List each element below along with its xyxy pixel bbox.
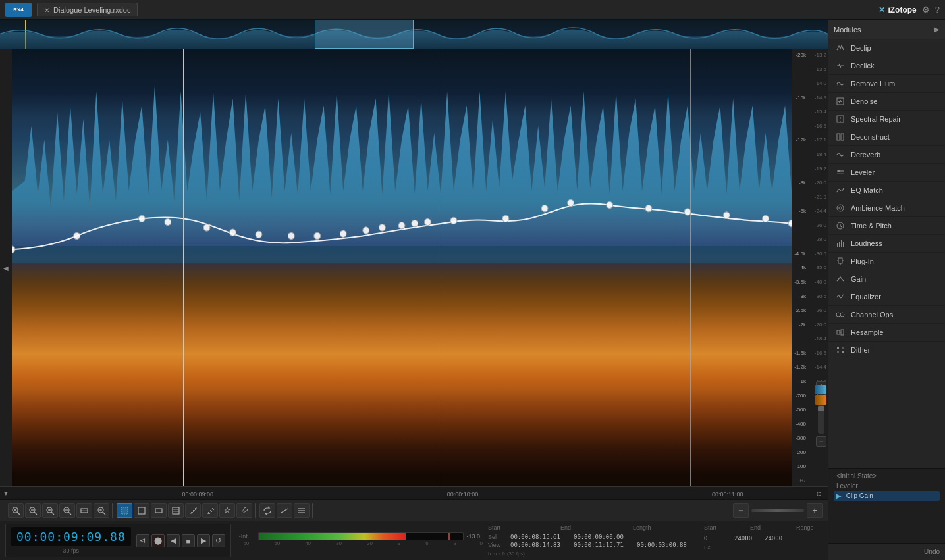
timecode-info-group: Start End Length Sel 00:00:08:15.61 00:0… (488, 524, 696, 557)
view-start: 00:00:08:14.83 (510, 542, 570, 548)
settings-icon[interactable]: ⚙ (922, 5, 930, 14)
record-btn[interactable]: ⬤ (151, 534, 165, 547)
fade-btn[interactable] (277, 503, 292, 518)
module-item-dither[interactable]: Dither (828, 342, 945, 359)
freq-sel-btn[interactable] (168, 503, 184, 518)
history-item-clip-gain[interactable]: ▶ Clip Gain (834, 491, 940, 501)
time-sel-btn[interactable] (151, 503, 167, 518)
playhead (183, 49, 184, 486)
history-item-initial[interactable]: <Initial State> (834, 471, 940, 481)
zoom-in-h-btn[interactable] (42, 503, 58, 518)
module-item-plugin[interactable]: Plug-In (828, 253, 945, 270)
svg-line-33 (51, 512, 54, 515)
brush-btn[interactable] (236, 503, 252, 518)
svg-rect-65 (839, 242, 840, 247)
meter-peak-value: -13.0 (466, 533, 480, 540)
time-tick-1: 00:00:09:00 (182, 491, 214, 497)
module-label-declip: Declip (851, 44, 871, 52)
magic-wand-btn[interactable] (219, 503, 235, 518)
db-row: -15k-14.9 (794, 95, 826, 101)
title-bar-right: ✕ iZotope ⚙ ? (878, 5, 940, 14)
module-item-ambience-match[interactable]: Ambience Match (828, 199, 945, 217)
zoom-out-h-btn[interactable] (59, 503, 75, 518)
undo-label[interactable]: Undo (924, 548, 940, 555)
status-bar: 00:00:09:09.88 30 fps ⊲ ⬤ ◀ ■ ▶ ↺ -Inf. (0, 521, 828, 560)
time-format-label: tc (817, 490, 821, 497)
leveler-history-label: Leveler (836, 482, 858, 490)
spectrogram-color-icon[interactable] (815, 385, 826, 394)
zoom-out-v-btn[interactable]: − (816, 436, 826, 447)
view-end: 00:00:11:15.71 (574, 542, 633, 548)
zoom-h-slider[interactable] (751, 509, 804, 512)
transport: 00:00:09:09.88 30 fps ⊲ ⬤ ◀ ■ ▶ ↺ (5, 524, 231, 557)
module-item-channel-ops[interactable]: Channel Ops (828, 306, 945, 324)
help-icon[interactable]: ? (935, 5, 940, 14)
end-header: End (560, 524, 613, 531)
module-item-declip[interactable]: Declip (828, 39, 945, 57)
left-scale: ◀ (0, 49, 12, 486)
meter-scale-labels: -60 -50 -40 -30 -20 -9 -6 -3 0 (242, 540, 483, 546)
timecode-display: 00:00:09:09.88 (11, 527, 131, 546)
module-item-resample[interactable]: Resample (828, 324, 945, 342)
play-btn[interactable]: ▶ (197, 534, 210, 547)
module-item-denoise[interactable]: Denoise (828, 93, 945, 111)
dereverb-icon (835, 149, 846, 160)
db-row: -12k-17.1 (794, 137, 826, 143)
scroll-left-arrow[interactable]: ◀ (3, 265, 9, 272)
prev-btn[interactable]: ⊲ (136, 534, 149, 547)
module-label-deconstruct: Deconstruct (851, 133, 890, 141)
zoom-in-btn[interactable] (8, 503, 24, 518)
zoom-minus-btn[interactable]: − (733, 503, 749, 518)
plugin-icon (835, 256, 846, 267)
spectrogram-canvas[interactable] (12, 49, 792, 486)
db-row: -200 (794, 449, 826, 455)
zoom-plus-btn[interactable]: + (807, 503, 823, 518)
module-item-spectral-repair[interactable]: Spectral Repair (828, 111, 945, 128)
module-label-loudness: Loudness (851, 240, 882, 247)
module-label-declick: Declick (851, 62, 874, 70)
overview-selection[interactable] (315, 20, 414, 49)
eraser-btn[interactable] (202, 503, 218, 518)
toolbar: − + (0, 499, 828, 521)
waveform-color-icon[interactable] (815, 395, 826, 405)
modules-expand-btn[interactable]: ▶ (934, 26, 940, 33)
svg-point-69 (836, 313, 840, 317)
waveform-overview[interactable] (0, 20, 828, 49)
zoom-tools-group (5, 503, 113, 518)
module-item-eq-match[interactable]: EQ Match (828, 182, 945, 199)
select-tool-btn[interactable] (117, 503, 132, 518)
loudness-icon (835, 238, 846, 249)
loop-transport-btn[interactable]: ↺ (212, 534, 225, 547)
spectrogram-area: ◀ (0, 49, 828, 486)
module-item-loudness[interactable]: Loudness (828, 235, 945, 253)
scroll-left-bottom-arrow[interactable]: ▼ (3, 490, 9, 497)
svg-rect-77 (842, 351, 844, 353)
list-btn[interactable] (294, 503, 310, 518)
prev-frame-btn[interactable]: ◀ (167, 534, 180, 547)
module-item-gain[interactable]: Gain (828, 270, 945, 288)
ambience-match-icon (835, 203, 846, 213)
zoom-fit-btn[interactable] (76, 503, 92, 518)
module-item-dereverb[interactable]: Dereverb (828, 146, 945, 164)
loop-btn[interactable] (259, 503, 275, 518)
svg-line-26 (17, 512, 20, 515)
module-item-time-pitch[interactable]: Time & Pitch (828, 217, 945, 235)
module-label-dither: Dither (851, 346, 870, 354)
modules-list: Declip Declick Remove Hum (828, 39, 945, 468)
zoom-out-btn[interactable] (25, 503, 41, 518)
history-item-leveler[interactable]: Leveler (834, 481, 940, 491)
module-item-leveler[interactable]: Leveler (828, 164, 945, 182)
module-item-deconstruct[interactable]: Deconstruct (828, 128, 945, 146)
lasso-tool-btn[interactable] (134, 503, 149, 518)
module-item-declick[interactable]: Declick (828, 57, 945, 75)
stop-btn[interactable]: ■ (182, 534, 195, 547)
module-item-equalizer[interactable]: Equalizer (828, 288, 945, 306)
hz-view-start: 0 (704, 535, 730, 542)
document-tab[interactable]: ✕ Dialogue Leveling.rxdoc (37, 3, 138, 16)
hz-view-end: 24000 (734, 535, 761, 542)
pencil-btn[interactable] (185, 503, 201, 518)
zoom-sel-icon (97, 506, 106, 515)
module-item-remove-hum[interactable]: Remove Hum (828, 75, 945, 93)
meter-minusinf-label: -Inf. (239, 533, 256, 540)
zoom-sel-btn[interactable] (94, 503, 109, 518)
